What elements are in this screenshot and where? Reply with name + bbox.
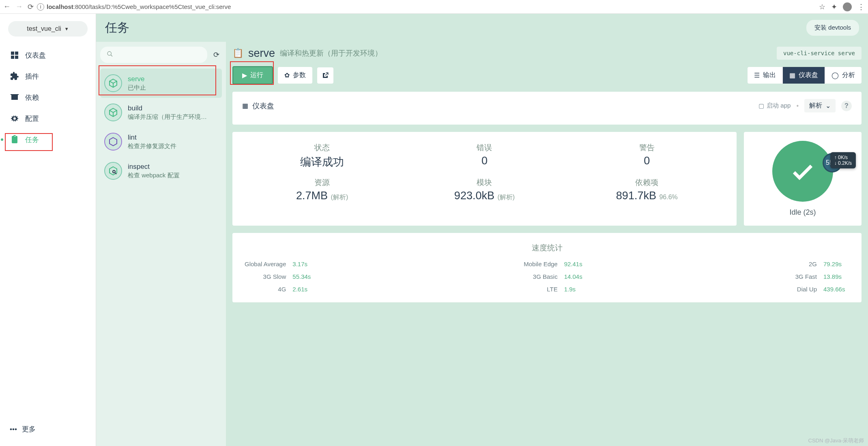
nav-config-label: 配置 — [25, 114, 39, 123]
speed-row: 2G79.29s — [795, 261, 849, 267]
stat-label: 状态 — [243, 142, 401, 153]
task-list: ⟳ serve已中止 build编译并压缩（用于生产环境… lint检查并修复源… — [96, 42, 226, 446]
nav-dashboard[interactable]: 仪表盘 — [0, 45, 96, 66]
grid-icon: ▦ — [789, 71, 795, 79]
success-gauge: 55% ↑ 0K/s ↓ 0.2K/s — [772, 141, 833, 202]
play-icon: ▶ — [242, 71, 247, 79]
browser-bar: ← → ⟳ i localhost:8000/tasks/D:%5Cweb_wo… — [0, 0, 868, 14]
list-icon: ☰ — [754, 71, 760, 79]
nav-tasks[interactable]: 任务 — [0, 129, 96, 150]
detail-description: 编译和热更新（用于开发环境） — [280, 48, 382, 58]
speed-value: 439.66s — [823, 286, 849, 293]
speed-row: Mobile Edge92.41s — [524, 261, 590, 267]
task-item-inspect[interactable]: inspect检查 webpack 配置 — [100, 156, 222, 185]
tab-output[interactable]: ☰输出 — [748, 67, 783, 84]
task-item-lint[interactable]: lint检查并修复源文件 — [100, 127, 222, 156]
site-info-icon[interactable]: i — [37, 3, 44, 11]
menu-icon[interactable]: ⋮ — [857, 2, 865, 11]
nav-deps[interactable]: 依赖 — [0, 87, 96, 108]
speed-title: 速度统计 — [245, 243, 849, 253]
stat-label: 依赖项 — [568, 177, 726, 188]
task-item-serve[interactable]: serve已中止 — [100, 69, 222, 98]
extensions-icon[interactable]: ✦ — [831, 2, 837, 11]
more-icon: ••• — [10, 425, 17, 433]
params-button[interactable]: ✿ 参数 — [278, 67, 312, 84]
run-button[interactable]: ▶ 运行 — [232, 66, 273, 84]
separator: • — [796, 102, 799, 110]
tab-dashboard[interactable]: ▦仪表盘 — [783, 67, 825, 84]
task-item-build[interactable]: build编译并压缩（用于生产环境… — [100, 98, 222, 127]
speed-row: 4G2.61s — [245, 286, 318, 293]
cube-icon — [104, 103, 122, 121]
nav-plugins[interactable]: 插件 — [0, 66, 96, 87]
hexagon-icon — [104, 133, 122, 151]
grid-icon: ▦ — [242, 102, 248, 110]
help-button[interactable]: ? — [841, 101, 852, 111]
watermark: CSDN @Java-呆萌老师 — [808, 437, 864, 444]
cube-icon — [104, 74, 122, 92]
speed-row: Dial Up439.66s — [795, 286, 849, 293]
chevron-down-icon: ▼ — [64, 26, 69, 31]
reload-icon[interactable]: ⟳ — [28, 2, 34, 11]
svg-rect-3 — [15, 56, 18, 59]
stat-value: 891.7kB — [616, 190, 656, 202]
speed-badge: ↑ 0K/s ↓ 0.2K/s — [830, 152, 856, 168]
run-label: 运行 — [250, 71, 263, 80]
external-link-icon — [322, 72, 329, 79]
star-icon[interactable]: ☆ — [819, 2, 825, 11]
dashboard-card-title: 仪表盘 — [252, 101, 274, 111]
speed-key: 3G Basic — [533, 273, 558, 280]
stat-label: 资源 — [243, 177, 401, 188]
speed-stats-card: 速度统计 Global Average3.17s3G Slow55.34s4G2… — [232, 233, 862, 302]
task-subtitle: 检查并修复源文件 — [128, 142, 176, 150]
browser-icon: ▢ — [758, 102, 764, 110]
stat-value: 2.7MB — [296, 190, 328, 202]
refresh-button[interactable]: ⟳ — [211, 50, 222, 59]
stat-label: 模块 — [405, 177, 563, 188]
main-panel: 任务 安装 devtools ⟳ serve已中止 — [96, 14, 868, 446]
detail-title: serve — [248, 47, 275, 60]
library-icon — [10, 93, 19, 102]
launch-app-label: 启动 app — [767, 102, 791, 110]
back-icon[interactable]: ← — [3, 2, 11, 11]
parse-dropdown[interactable]: 解析⌄ — [804, 99, 836, 112]
speed-value: 79.29s — [823, 261, 849, 267]
stat-note: (解析) — [331, 194, 348, 200]
nav-more[interactable]: ••• 更多 — [0, 417, 96, 441]
chevron-down-icon: ⌄ — [825, 102, 831, 110]
speed-row: Global Average3.17s — [245, 261, 318, 267]
tab-output-label: 输出 — [763, 71, 776, 80]
install-devtools-button[interactable]: 安装 devtools — [806, 20, 859, 36]
nav-more-label: 更多 — [22, 424, 36, 434]
nav-deps-label: 依赖 — [25, 93, 39, 102]
profile-avatar[interactable] — [843, 2, 852, 11]
open-external-button[interactable] — [317, 67, 333, 84]
speed-key: 4G — [278, 286, 286, 293]
speed-value: 13.89s — [823, 273, 849, 280]
speed-key: Global Average — [245, 261, 286, 267]
task-subtitle: 检查 webpack 配置 — [128, 172, 180, 179]
launch-app-button[interactable]: ▢启动 app — [758, 102, 791, 110]
speed-key: LTE — [547, 286, 557, 293]
speed-value: 3.17s — [292, 261, 318, 267]
url-host: localhost — [47, 3, 73, 10]
speed-key: 2G — [809, 261, 817, 267]
speed-value: 92.41s — [564, 261, 590, 267]
address-bar[interactable]: i localhost:8000/tasks/D:%5Cweb_workspac… — [37, 3, 231, 11]
svg-point-7 — [113, 170, 115, 173]
parse-label: 解析 — [809, 101, 822, 110]
forward-icon[interactable]: → — [15, 2, 23, 11]
tab-analyze[interactable]: ◯分析 — [825, 67, 862, 84]
cube-search-icon — [104, 162, 122, 180]
search-input[interactable] — [100, 47, 207, 63]
speed-row: LTE1.9s — [524, 286, 590, 293]
svg-marker-6 — [110, 138, 117, 146]
project-selector[interactable]: test_vue_cli ▼ — [8, 21, 88, 37]
nav-plugins-label: 插件 — [25, 72, 39, 81]
svg-rect-0 — [11, 52, 14, 55]
nav-config[interactable]: 配置 — [0, 108, 96, 129]
stat-label: 错误 — [405, 142, 563, 153]
gear-icon: ✿ — [284, 71, 290, 79]
task-name: lint — [128, 134, 176, 142]
speed-key: 3G Fast — [795, 273, 817, 280]
